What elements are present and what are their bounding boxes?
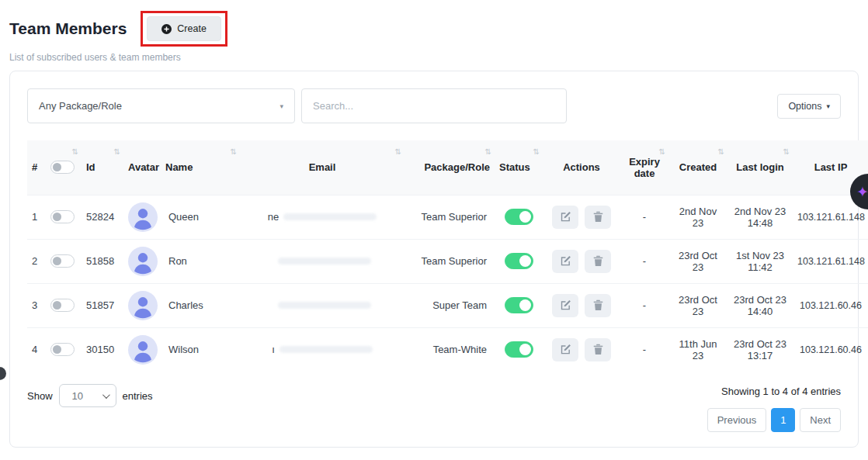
select-all-toggle[interactable]	[50, 161, 75, 174]
status-toggle[interactable]	[505, 253, 533, 269]
entries-per-page-value: 10	[72, 390, 83, 402]
column-header-select-all[interactable]: ⇅	[46, 140, 82, 195]
status-toggle[interactable]	[505, 209, 533, 225]
member-email-redacted: ı	[240, 327, 404, 372]
delete-button[interactable]	[585, 338, 611, 361]
column-label: Id	[86, 161, 95, 173]
column-header-email[interactable]: Email⇅	[240, 140, 404, 195]
sort-icon[interactable]: ⇅	[485, 147, 491, 156]
column-label: Last IP	[814, 161, 848, 173]
trash-icon	[593, 344, 603, 355]
sort-icon[interactable]: ⇅	[659, 147, 665, 156]
sort-icon[interactable]: ⇅	[718, 147, 724, 156]
toggle-knob	[53, 301, 61, 310]
chevron-down-icon: ▾	[279, 102, 283, 110]
column-label: Email	[309, 161, 336, 173]
delete-button[interactable]	[585, 294, 611, 317]
member-id: 52824	[82, 195, 123, 239]
last-login: 2nd Nov 23 14:48	[727, 195, 793, 239]
member-package-role: Team Superior	[404, 239, 495, 283]
sort-icon[interactable]: ⇅	[114, 147, 120, 156]
last-login: 1st Nov 23 11:42	[727, 239, 793, 283]
edit-icon	[560, 344, 571, 355]
options-button[interactable]: Options ▾	[777, 94, 841, 119]
created-date: 2nd Nov 23	[668, 195, 727, 239]
team-members-card: Any Package/Role ▾ Options ▾ #⇅Id⇅Avatar…	[9, 71, 859, 448]
sort-icon[interactable]: ⇅	[231, 147, 237, 156]
member-package-role: Team Superior	[404, 195, 495, 239]
create-button[interactable]: Create	[147, 16, 221, 41]
row-select-toggle[interactable]	[50, 343, 75, 356]
table-row: 2 51858 Ron Team Superior	[27, 239, 868, 283]
row-number: 2	[27, 239, 46, 283]
column-header-actions: Actions	[543, 140, 620, 195]
previous-page-button[interactable]: Previous	[707, 408, 767, 432]
next-page-button[interactable]: Next	[800, 408, 841, 432]
entries-per-page-select[interactable]: 10	[59, 384, 116, 407]
last-login: 23rd Oct 23 13:17	[727, 327, 793, 372]
showing-entries-text: Showing 1 to 4 of 4 entries	[721, 386, 841, 397]
edit-button[interactable]	[552, 294, 578, 317]
column-header-expiry-date[interactable]: Expiry date⇅	[620, 140, 668, 195]
edit-button[interactable]	[552, 206, 578, 229]
column-header-status[interactable]: Status⇅	[495, 140, 543, 195]
member-id: 30150	[82, 327, 123, 372]
row-select-toggle[interactable]	[50, 254, 75, 268]
avatar	[128, 247, 156, 276]
package-role-filter-value: Any Package/Role	[39, 100, 122, 112]
package-role-filter[interactable]: Any Package/Role ▾	[27, 88, 295, 123]
plus-circle-icon	[161, 24, 172, 34]
column-label: Status	[499, 161, 530, 173]
column-header-created[interactable]: Created⇅	[668, 140, 727, 195]
toggle-knob	[53, 163, 61, 171]
sort-icon[interactable]: ⇅	[72, 147, 78, 156]
column-header-id[interactable]: Id⇅	[82, 140, 123, 195]
created-date: 23rd Oct 23	[668, 283, 727, 327]
table-footer: Show 10 entries Showing 1 to 4 of 4 entr…	[27, 384, 841, 432]
table-header-row: #⇅Id⇅AvatarName⇅Email⇅Package/Role⇅Statu…	[27, 140, 868, 195]
delete-button[interactable]	[585, 206, 611, 229]
edit-icon	[560, 299, 571, 311]
last-login: 23rd Oct 23 14:40	[727, 283, 793, 327]
edit-icon	[560, 211, 571, 223]
create-button-label: Create	[177, 23, 207, 34]
column-label: Created	[679, 161, 717, 173]
sort-icon[interactable]: ⇅	[533, 147, 540, 156]
column-label: Last login	[736, 161, 783, 173]
sort-icon[interactable]: ⇅	[395, 147, 401, 156]
column-header-package-role[interactable]: Package/Role⇅	[404, 140, 495, 195]
toggle-knob	[519, 299, 531, 311]
table-row: 3 51857 Charles Super Team	[27, 283, 868, 327]
edit-icon	[560, 255, 571, 267]
page-number-button[interactable]: 1	[771, 408, 795, 432]
edit-button[interactable]	[552, 338, 578, 361]
redaction-smudge	[278, 302, 371, 309]
sort-icon[interactable]: ⇅	[783, 147, 790, 156]
column-header-name[interactable]: Name⇅	[161, 140, 240, 195]
chevron-down-icon	[102, 391, 109, 399]
edit-button[interactable]	[552, 250, 578, 273]
search-input[interactable]	[301, 88, 567, 123]
row-select-toggle[interactable]	[50, 299, 75, 312]
column-label: Package/Role	[424, 161, 490, 173]
annotation-highlight-box: Create	[141, 11, 227, 47]
chevron-down-icon: ▾	[826, 102, 830, 110]
column-header-avatar: Avatar	[123, 140, 161, 195]
redaction-smudge	[283, 213, 377, 220]
column-label: #	[32, 161, 37, 173]
column-label: Name	[165, 161, 193, 173]
status-toggle[interactable]	[505, 341, 533, 358]
column-header-last-login[interactable]: Last login⇅	[727, 140, 793, 195]
redaction-smudge	[279, 346, 373, 353]
created-date: 11th Jun 23	[668, 327, 727, 372]
status-toggle[interactable]	[505, 297, 533, 313]
email-fragment: ı	[272, 344, 275, 355]
row-select-toggle[interactable]	[50, 210, 75, 223]
toggle-knob	[53, 345, 61, 354]
delete-button[interactable]	[585, 250, 611, 273]
toggle-knob	[53, 213, 61, 221]
entries-label: entries	[123, 390, 153, 402]
options-button-label: Options	[788, 101, 821, 112]
toggle-knob	[519, 211, 531, 223]
trash-icon	[593, 211, 603, 223]
